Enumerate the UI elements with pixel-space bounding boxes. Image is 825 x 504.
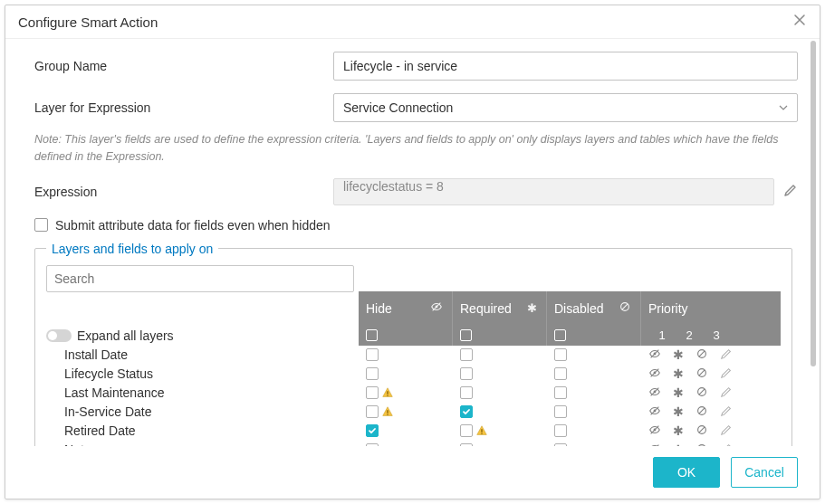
eye-slash-icon bbox=[648, 423, 661, 439]
col-priority: Priority bbox=[641, 291, 781, 326]
eye-slash-icon bbox=[648, 366, 661, 382]
expression-row: Expression lifecyclestatus = 8 bbox=[34, 178, 798, 205]
hide-checkbox[interactable] bbox=[366, 386, 379, 399]
cancel-button[interactable]: Cancel bbox=[731, 457, 798, 488]
layers-fieldset: Layers and fields to apply on Hide Requi… bbox=[34, 242, 792, 447]
required-checkbox[interactable] bbox=[460, 405, 473, 418]
field-name: Install Date bbox=[46, 347, 359, 362]
expression-box: lifecyclestatus = 8 bbox=[333, 178, 798, 205]
hide-checkbox[interactable] bbox=[366, 367, 379, 380]
layers-legend: Layers and fields to apply on bbox=[46, 242, 218, 256]
field-rows: Install Date✱Lifecycle Status✱Last Maint… bbox=[46, 346, 781, 447]
dialog: Configure Smart Action Group Name Layer … bbox=[5, 5, 820, 499]
svg-rect-10 bbox=[387, 410, 388, 414]
required-checkbox[interactable] bbox=[460, 443, 473, 446]
field-name: Lifecycle Status bbox=[46, 366, 359, 381]
disabled-icon bbox=[695, 423, 708, 439]
eye-slash-icon bbox=[648, 347, 661, 363]
expand-toggle[interactable] bbox=[46, 329, 72, 342]
submit-hidden-checkbox[interactable] bbox=[34, 218, 48, 232]
priority-col-1: 1 bbox=[648, 328, 676, 342]
search-input[interactable] bbox=[46, 265, 354, 292]
col-required: Required ✱ bbox=[453, 291, 547, 326]
disabled-icon bbox=[695, 347, 708, 363]
group-name-label: Group Name bbox=[34, 59, 333, 73]
asterisk-icon: ✱ bbox=[673, 404, 684, 419]
disabled-icon bbox=[695, 385, 708, 401]
col-disabled: Disabled bbox=[547, 291, 641, 326]
asterisk-icon: ✱ bbox=[673, 347, 684, 362]
asterisk-icon: ✱ bbox=[673, 423, 684, 438]
disabled-icon bbox=[695, 366, 708, 382]
svg-rect-15 bbox=[481, 433, 482, 434]
column-subheader: Expand all layers 1 2 3 bbox=[46, 326, 781, 346]
required-checkbox[interactable] bbox=[460, 386, 473, 399]
disabled-checkbox[interactable] bbox=[554, 405, 567, 418]
pencil-icon[interactable] bbox=[720, 385, 733, 401]
priority-col-3: 3 bbox=[703, 328, 730, 342]
group-name-input[interactable] bbox=[333, 52, 798, 81]
col-hide: Hide bbox=[359, 291, 453, 326]
group-name-row: Group Name bbox=[34, 52, 798, 81]
submit-hidden-row[interactable]: Submit attribute data for fields even wh… bbox=[34, 218, 798, 233]
asterisk-icon: ✱ bbox=[673, 385, 684, 400]
disabled-icon bbox=[695, 442, 708, 447]
disabled-checkbox[interactable] bbox=[554, 443, 567, 446]
required-checkbox[interactable] bbox=[460, 348, 473, 361]
expression-label: Expression bbox=[34, 185, 333, 199]
pencil-icon[interactable] bbox=[720, 442, 733, 447]
ok-button[interactable]: OK bbox=[653, 457, 720, 488]
layer-label: Layer for Expression bbox=[34, 100, 333, 115]
hide-checkbox[interactable] bbox=[366, 424, 379, 437]
disabled-all-checkbox[interactable] bbox=[554, 329, 566, 341]
eye-slash-icon bbox=[648, 404, 661, 420]
field-row: Install Date✱ bbox=[46, 346, 781, 365]
field-row: Retired Date✱ bbox=[46, 422, 781, 441]
hide-all-checkbox[interactable] bbox=[366, 329, 378, 341]
hide-checkbox[interactable] bbox=[366, 348, 379, 361]
hide-checkbox[interactable] bbox=[366, 405, 379, 418]
close-icon[interactable] bbox=[792, 13, 807, 31]
dialog-title: Configure Smart Action bbox=[18, 14, 158, 30]
hide-checkbox[interactable] bbox=[366, 443, 379, 446]
dialog-body: Group Name Layer for Expression Service … bbox=[5, 39, 820, 446]
search-box bbox=[46, 265, 781, 292]
disabled-icon bbox=[619, 300, 631, 316]
pencil-icon[interactable] bbox=[720, 423, 733, 439]
required-checkbox[interactable] bbox=[460, 424, 473, 437]
required-all-checkbox[interactable] bbox=[460, 329, 472, 341]
scrollbar[interactable] bbox=[811, 41, 816, 421]
column-header: Hide Required ✱ Disabled Priority bbox=[46, 291, 781, 326]
svg-rect-14 bbox=[481, 429, 482, 433]
pencil-icon[interactable] bbox=[720, 366, 733, 382]
eye-slash-icon bbox=[648, 442, 661, 447]
layer-note: Note: This layer's fields are used to de… bbox=[34, 131, 786, 166]
layer-select[interactable]: Service Connection bbox=[333, 93, 798, 122]
field-row: Notes✱ bbox=[46, 441, 781, 447]
submit-hidden-label: Submit attribute data for fields even wh… bbox=[55, 218, 331, 233]
disabled-icon bbox=[695, 404, 708, 420]
disabled-checkbox[interactable] bbox=[554, 348, 567, 361]
required-checkbox[interactable] bbox=[460, 367, 473, 380]
field-name: In-Service Date bbox=[46, 404, 359, 419]
caret-down-icon bbox=[779, 100, 788, 115]
layer-select-value: Service Connection bbox=[343, 100, 453, 115]
svg-rect-11 bbox=[387, 414, 388, 415]
disabled-checkbox[interactable] bbox=[554, 386, 567, 399]
field-row: In-Service Date✱ bbox=[46, 403, 781, 422]
asterisk-icon: ✱ bbox=[673, 366, 684, 381]
disabled-checkbox[interactable] bbox=[554, 367, 567, 380]
svg-rect-7 bbox=[387, 395, 388, 396]
pencil-icon[interactable] bbox=[720, 404, 733, 420]
eye-slash-icon bbox=[430, 300, 443, 316]
expand-label: Expand all layers bbox=[77, 328, 174, 343]
titlebar: Configure Smart Action bbox=[5, 5, 820, 39]
pencil-icon[interactable] bbox=[720, 347, 733, 363]
asterisk-icon: ✱ bbox=[673, 442, 684, 446]
eye-slash-icon bbox=[648, 385, 661, 401]
field-name: Retired Date bbox=[46, 423, 359, 438]
field-row: Lifecycle Status✱ bbox=[46, 365, 781, 384]
disabled-checkbox[interactable] bbox=[554, 424, 567, 437]
field-name: Last Maintenance bbox=[46, 385, 359, 400]
edit-expression-icon[interactable] bbox=[783, 183, 798, 201]
